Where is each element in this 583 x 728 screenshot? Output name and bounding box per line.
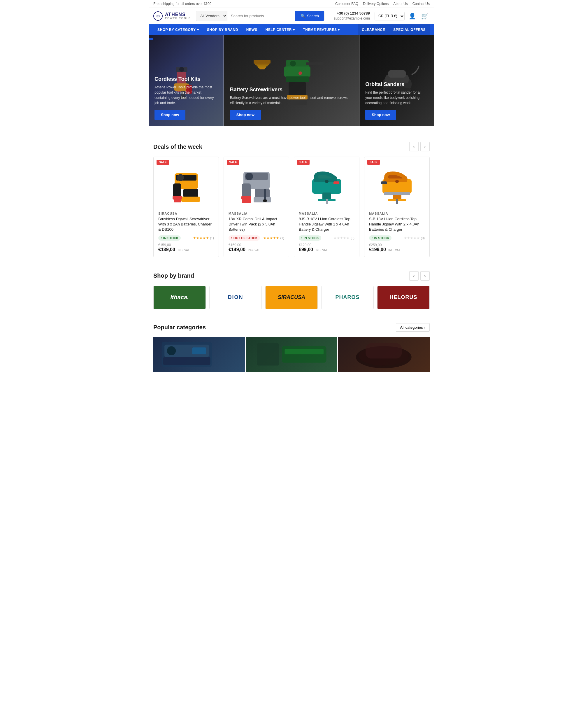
popular-categories-section: Popular categories All categories › (149, 316, 434, 379)
hero-shop-now-1[interactable]: Shop now (155, 110, 186, 120)
deals-prev-btn[interactable]: ‹ (409, 142, 419, 151)
svg-rect-49 (323, 192, 331, 200)
svg-rect-33 (173, 183, 181, 198)
nav-clearance[interactable]: CLEARANCE (358, 24, 389, 35)
hero-desc-1: Athens Power Tools provide the most popu… (155, 84, 218, 106)
svg-rect-14 (306, 62, 324, 65)
brand-helorus[interactable]: HELORUS (377, 286, 430, 309)
about-us-link[interactable]: About Us (393, 2, 408, 6)
svg-rect-32 (181, 197, 200, 202)
logo[interactable]: ⚙ ATHENS POWER TOOLS (153, 11, 191, 21)
dot-icon-2: ● (231, 237, 232, 239)
nav-right: CLEARANCE SPECIAL OFFERS (358, 24, 430, 35)
hero-card-sanders: Orbital Sanders Find the perfect orbital… (359, 35, 434, 126)
brands-grid: Ithaca. DION SIRACUSA PHAROS HELORUS (153, 286, 430, 309)
nav-special-offers[interactable]: SPECIAL OFFERS (389, 24, 430, 35)
search-button[interactable]: 🔍 Search (295, 11, 324, 21)
product-brand-1: SIRACUSA (158, 212, 214, 215)
stars-4: ★★★★★ (0) (404, 236, 425, 240)
brands-next-btn[interactable]: › (420, 271, 430, 281)
chevron-down-icon-help: ▾ (293, 28, 295, 32)
new-price-3: €99,00 INC. VAT (299, 247, 327, 252)
product-name-3: 8JS-B 18V Li-ion Cordless Top Handle Jig… (299, 216, 355, 232)
search-bar: All Vendors 🔍 Search (196, 11, 325, 21)
header-contact: +30 (0) 1234 56789 support@example.com (329, 11, 370, 21)
stock-badge-1: ● IN STOCK (158, 235, 181, 241)
logo-text: ATHENS POWER TOOLS (165, 12, 191, 20)
account-button[interactable]: 👤 (408, 11, 417, 21)
product-card-3: SALE MASSALIA (294, 157, 359, 257)
hero-card-cordless: Cordless Tool Kits Athens Power Tools pr… (149, 35, 224, 126)
free-shipping-text: Free shipping for all orders over €100 (153, 2, 211, 6)
svg-rect-45 (263, 200, 267, 202)
popular-header: Popular categories All categories › (153, 323, 430, 332)
svg-rect-70 (284, 348, 323, 354)
sale-badge-3: SALE (297, 160, 310, 165)
svg-rect-73 (366, 343, 402, 358)
svg-rect-66 (192, 347, 206, 354)
cart-button[interactable]: 🛒 (420, 11, 430, 21)
hero-content-1: Cordless Tool Kits Athens Power Tools pr… (149, 70, 224, 126)
product-meta-2: ● OUT OF STOCK ★★★★★ (1) (228, 235, 284, 241)
hero-badge-1 (149, 38, 153, 40)
category-card-1[interactable] (153, 337, 245, 372)
svg-rect-60 (384, 192, 410, 195)
stars-3: ★★★★★ (0) (333, 236, 355, 240)
all-categories-button[interactable]: All categories › (396, 323, 430, 332)
delivery-options-link[interactable]: Delivery Options (363, 2, 389, 6)
svg-rect-39 (255, 189, 270, 198)
nav-shop-by-category[interactable]: SHOP BY CATEGORY ▾ (153, 24, 203, 35)
svg-rect-68 (257, 343, 279, 365)
nav-news[interactable]: NEWS (242, 24, 261, 35)
deals-section: Deals of the week ‹ › SALE (149, 135, 434, 264)
category-card-3[interactable] (338, 337, 430, 372)
new-price-1: €139,00 INC. VAT (158, 247, 190, 252)
category-card-2[interactable] (246, 337, 338, 372)
product-prices-4: €259,00 €199,00 INC. VAT (369, 243, 425, 252)
hero-title-1: Cordless Tool Kits (155, 76, 218, 82)
product-img-1 (158, 162, 214, 208)
svg-rect-62 (381, 181, 387, 184)
hero-title-3: Orbital Sanders (365, 81, 428, 87)
product-prices-2: €169,00 €149,00 INC. VAT (228, 243, 284, 252)
hero-shop-now-3[interactable]: Shop now (365, 110, 396, 120)
product-brand-2: MASSALIA (228, 212, 284, 215)
svg-rect-67 (163, 357, 210, 365)
stars-2: ★★★★★ (1) (263, 236, 284, 240)
chevron-down-icon-theme: ▾ (338, 28, 340, 32)
search-input[interactable] (227, 11, 295, 21)
brand-name: ATHENS (165, 12, 191, 17)
main-nav: SHOP BY CATEGORY ▾ SHOP BY BRAND NEWS HE… (149, 24, 434, 35)
hero-section: Cordless Tool Kits Athens Power Tools pr… (149, 35, 434, 126)
deals-next-btn[interactable]: › (420, 142, 430, 151)
nav-theme-features[interactable]: THEME FEATURES ▾ (299, 24, 344, 35)
hero-shop-now-2[interactable]: Shop now (230, 110, 261, 120)
search-icon: 🔍 (301, 14, 305, 18)
stock-badge-3: ● IN STOCK (299, 235, 321, 241)
old-price-4: €259,00 (369, 243, 425, 247)
brands-prev-btn[interactable]: ‹ (409, 271, 419, 281)
currency-select[interactable]: GR (EUR €) (374, 12, 405, 20)
vendor-select[interactable]: All Vendors (196, 11, 227, 21)
deals-carousel-controls: ‹ › (409, 142, 430, 151)
customer-faq-link[interactable]: Customer FAQ (335, 2, 358, 6)
dot-icon-1: ● (161, 237, 162, 239)
svg-point-61 (395, 180, 399, 183)
contact-us-link[interactable]: Contact Us (413, 2, 430, 6)
new-price-2: €149,00 INC. VAT (228, 247, 260, 252)
brand-siracusa[interactable]: SIRACUSA (265, 286, 318, 309)
product-name-1: Brushless Drywall Screwdriver With 3 x 2… (158, 216, 214, 232)
brands-carousel-controls: ‹ › (409, 271, 430, 281)
brand-ithaca[interactable]: Ithaca. (153, 286, 206, 309)
stars-1: ★★★★★ (1) (193, 236, 214, 240)
hero-desc-3: Find the perfect orbital sander for all … (365, 90, 428, 106)
user-icon: 👤 (409, 13, 416, 19)
product-meta-4: ● IN STOCK ★★★★★ (0) (369, 235, 425, 241)
brand-dion[interactable]: DION (209, 286, 262, 309)
brand-pharos[interactable]: PHAROS (321, 286, 374, 309)
nav-help-center[interactable]: HELP CENTER ▾ (261, 24, 299, 35)
nav-shop-by-brand[interactable]: SHOP BY BRAND (203, 24, 242, 35)
svg-rect-44 (264, 189, 266, 201)
svg-point-38 (245, 173, 253, 180)
svg-point-30 (177, 174, 184, 181)
